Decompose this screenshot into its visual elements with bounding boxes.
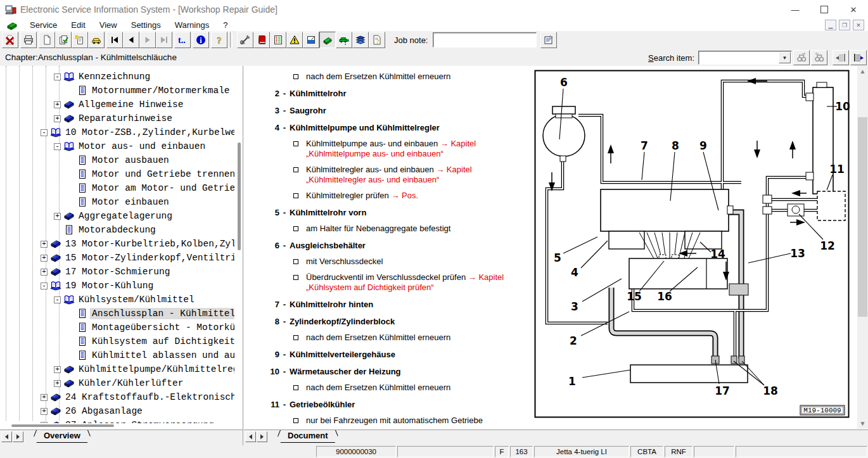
tab-scroll-left-button[interactable] [1,431,12,442]
doc-tab-scroll-left-button[interactable] [245,431,256,442]
doc-question-button[interactable]: ? [369,32,385,48]
job-note-properties-button[interactable] [540,32,557,48]
tree-item-label[interactable]: Kühlsystem/Kühlmittel [77,294,196,305]
tree-item[interactable]: +Kühlmittelpumpe/Kühlmittelregler [0,362,234,376]
tree-item-label[interactable]: 24 Kraftstoffaufb.-Elektronische Einspri… [63,391,234,403]
tree-item[interactable]: -10 Motor-ZSB.,Zylinder,Kurbelwelle [0,125,234,139]
info-button[interactable]: i [193,32,209,48]
tree-item[interactable]: +Reparaturhinweise [0,111,234,125]
tree-item[interactable]: +24 Kraftstoffaufb.-Elektronische Einspr… [0,390,234,404]
tree-item[interactable]: +Allgemeine Hinweise [0,98,234,111]
help-button[interactable]: ? [211,32,227,48]
books-blue-button[interactable] [352,32,369,48]
tree-item-label[interactable]: Kennzeichnung [77,71,152,82]
warning-button[interactable] [286,32,303,48]
doc-tab-scroll-right-button[interactable] [257,431,267,442]
tree-item[interactable]: Motor und Getriebe trennen und verbinden [0,167,234,181]
tree-item[interactable]: -19 Motor-Kühlung [0,279,234,293]
minimize-button[interactable]: — [781,0,810,19]
tree-item[interactable]: Motorabdeckung [0,223,234,237]
menu-item-view[interactable]: View [93,20,124,30]
tree-item-label[interactable]: Allgemeine Hinweise [77,99,185,110]
tab-scroll-right-button[interactable] [13,431,23,442]
tree-item[interactable]: Kühlsystem auf Dichtigkeit prüfen [0,334,234,348]
scroll-down-icon[interactable]: ▼ [857,418,868,429]
mdi-restore-button[interactable]: ❐ [839,20,850,30]
car-button[interactable] [88,32,105,48]
nav-first-button[interactable] [106,32,123,48]
tree-item-label[interactable]: Motornummer/Motormerkmale [90,85,232,96]
chapter-link[interactable]: → Kapitel „Kühlsystem auf Dichtigkeit pr… [306,272,504,292]
tree-item[interactable]: -Kühlsystem/Kühlmittel [0,293,234,307]
tree-item-label[interactable]: Kühler/Kühlerlüfter [77,378,185,389]
scrollbar-thumb[interactable] [858,117,867,317]
tree-item-label[interactable]: Montageübersicht - Motorkühlung [90,322,234,333]
scroll-up-icon[interactable]: ▲ [857,66,868,77]
tree-item[interactable]: +13 Motor-Kurbeltrieb,Kolben,Zylinder [0,237,234,251]
collapse-icon[interactable]: - [41,129,48,136]
collapse-icon[interactable]: - [54,296,61,303]
tree-item-label[interactable]: 10 Motor-ZSB.,Zylinder,Kurbelwelle [63,127,234,138]
menu-item-help[interactable]: ? [216,20,234,30]
exit-button[interactable] [2,32,18,48]
tree-item[interactable]: Motor am Motor- und Getriebehalter [0,181,234,195]
expand-icon[interactable]: + [54,213,61,220]
expand-icon[interactable]: + [41,241,48,248]
close-button[interactable]: ✕ [839,0,868,19]
search-backward-button[interactable] [811,50,827,65]
tree-item[interactable]: +15 Motor-Zylinderkopf,Ventiltrieb [0,251,234,265]
search-item-combobox[interactable]: ▼ [698,51,792,65]
menu-item-warnings[interactable]: Warnings [168,20,216,30]
car-green-button[interactable] [336,32,352,48]
tree-item[interactable]: +Aggregatelagerung [0,209,234,223]
tree-item-label[interactable]: 17 Motor-Schmierung [63,266,172,277]
tab-overview[interactable]: Overview [31,430,93,443]
nav-prev-button[interactable] [123,32,139,48]
tree-item-label[interactable]: Motor ausbauen [90,155,171,166]
tree-item[interactable]: +27 Anlasser,Stromversorgung [0,418,234,423]
job-note-input[interactable] [433,32,537,48]
tree-item[interactable]: +26 Abgasanlage [0,404,234,418]
expand-icon[interactable]: + [54,366,61,373]
mdi-minimize-button[interactable]: ▁ [825,20,836,30]
expand-icon[interactable]: + [54,115,61,122]
new-doc-button[interactable] [39,32,55,48]
tree-item-label[interactable]: Motorabdeckung [77,224,158,236]
tree-item[interactable]: Montageübersicht - Motorkühlung [0,321,234,334]
tree-item-label[interactable]: 19 Motor-Kühlung [63,280,155,291]
tree-item-label[interactable]: 15 Motor-Zylinderkopf,Ventiltrieb [63,252,234,264]
combo-dropdown-button[interactable]: ▼ [779,52,791,63]
tree-item-label[interactable]: 26 Abgasanlage [63,405,144,417]
jump-next-button[interactable] [850,50,867,65]
tree-item-label[interactable]: Kühlsystem auf Dichtigkeit prüfen [90,336,234,347]
tree-item[interactable]: Kühlmittel ablassen und auffüllen [0,348,234,362]
expand-icon[interactable]: + [41,408,48,415]
chapter-link[interactable]: → Kapitel „Kühlmittelpumpe aus- und einb… [306,139,476,158]
list-button[interactable] [270,32,286,48]
tree-item-label[interactable]: Kühlmittel ablassen und auffüllen [90,350,234,361]
tree-item-label[interactable]: Motor und Getriebe trennen und verbinden [90,169,234,180]
tools-button[interactable] [237,32,253,48]
tree-item-label[interactable]: Aggregatelagerung [77,210,174,222]
collapse-icon[interactable]: - [41,283,48,289]
jump-previous-button[interactable] [833,50,849,65]
maximize-button[interactable] [810,0,839,19]
tree-item-label[interactable]: Anschlussplan - Kühlmittelschläuche [90,308,234,319]
expand-icon[interactable]: + [41,394,48,401]
expand-icon[interactable]: + [41,422,48,424]
tree-item-label[interactable]: Kühlmittelpumpe/Kühlmittelregler [77,364,234,375]
print-button[interactable] [20,32,37,48]
tree-item[interactable]: Motor einbauen [0,195,234,209]
chapter-link[interactable]: → Pos. [391,191,418,200]
collapse-icon[interactable]: - [54,73,61,80]
tree-item[interactable]: Motornummer/Motormerkmale [0,84,234,98]
tree-item[interactable]: +Kühler/Kühlerlüfter [0,376,234,390]
tree-item-label[interactable]: Motor am Motor- und Getriebehalter [90,182,234,194]
tree-item[interactable]: -Motor aus- und einbauen [0,139,234,153]
document-vertical-scrollbar[interactable]: ▲ ▼ [857,66,868,429]
menu-item-settings[interactable]: Settings [124,20,168,30]
tree-item-label[interactable]: Motor aus- und einbauen [77,141,207,152]
tree-item-label[interactable]: Reparaturhinweise [77,113,174,124]
tree-item-label[interactable]: 13 Motor-Kurbeltrieb,Kolben,Zylinder [63,238,234,250]
tab-document[interactable]: Document [275,430,341,443]
